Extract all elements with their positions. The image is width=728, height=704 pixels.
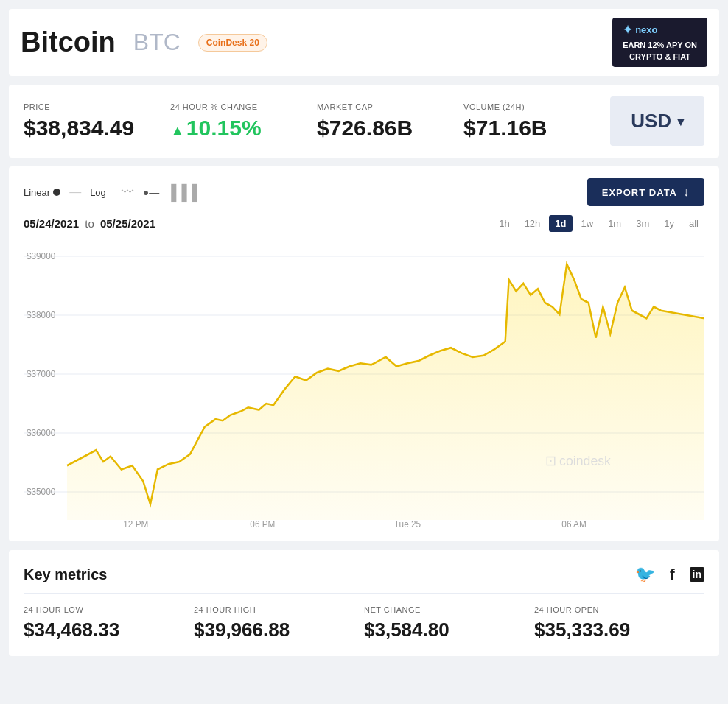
y-label-37000: $37000 bbox=[27, 369, 56, 379]
x-label-12pm: 12 PM bbox=[123, 519, 148, 529]
change-value: ▲10.15% bbox=[170, 116, 317, 141]
open-value: $35,333.69 bbox=[534, 619, 704, 641]
time-btn-all[interactable]: all bbox=[683, 215, 704, 232]
price-value: $38,834.49 bbox=[24, 116, 170, 141]
linear-button[interactable]: Linear bbox=[24, 187, 60, 198]
linear-label: Linear bbox=[24, 187, 50, 198]
social-icons: 🐦 f in bbox=[635, 565, 704, 584]
facebook-icon[interactable]: f bbox=[670, 566, 675, 583]
high-metric: 24 HOUR HIGH $39,966.88 bbox=[194, 605, 364, 641]
header-row: Bitcoin BTC CoinDesk 20 ✦ nexo EARN 12% … bbox=[9, 9, 719, 76]
y-label-38000: $38000 bbox=[27, 310, 56, 320]
log-button[interactable]: Log bbox=[90, 187, 106, 198]
chevron-down-icon: ▾ bbox=[677, 113, 684, 130]
coin-name: Bitcoin bbox=[21, 27, 116, 58]
download-icon: ↓ bbox=[683, 186, 690, 199]
bar-chart-icon: ▌▌▌ bbox=[171, 184, 203, 201]
time-btn-12h[interactable]: 12h bbox=[519, 215, 547, 232]
date-from: 05/24/2021 bbox=[24, 217, 79, 230]
volume-label: VOLUME (24H) bbox=[463, 102, 610, 111]
up-arrow-icon: ▲ bbox=[170, 122, 185, 138]
export-button[interactable]: EXPORT DATA ↓ bbox=[587, 178, 704, 206]
change-label: 24 HOUR % CHANGE bbox=[170, 102, 317, 111]
y-label-36000: $36000 bbox=[27, 428, 56, 438]
export-label: EXPORT DATA bbox=[602, 187, 677, 198]
change-stat: 24 HOUR % CHANGE ▲10.15% bbox=[170, 102, 317, 141]
chart-section: Linear — Log 〰 ●— ▌▌▌ EXPORT DATA ↓ 05/2… bbox=[9, 166, 719, 541]
stats-bar: PRICE $38,834.49 24 HOUR % CHANGE ▲10.15… bbox=[9, 85, 719, 158]
coindesk-badge[interactable]: CoinDesk 20 bbox=[198, 34, 267, 52]
time-btn-1m[interactable]: 1m bbox=[602, 215, 627, 232]
metrics-grid: 24 HOUR LOW $34,468.33 24 HOUR HIGH $39,… bbox=[24, 605, 704, 641]
line-chart-icon: 〰 bbox=[121, 185, 134, 200]
low-value: $34,468.33 bbox=[24, 619, 194, 641]
metrics-header: Key metrics 🐦 f in bbox=[24, 565, 704, 584]
x-label-tue25: Tue 25 bbox=[394, 519, 421, 529]
open-label: 24 HOUR OPEN bbox=[534, 605, 704, 614]
currency-selector[interactable]: USD ▾ bbox=[610, 96, 704, 146]
key-metrics-section: Key metrics 🐦 f in 24 HOUR LOW $34,468.3… bbox=[9, 550, 719, 656]
net-change-label: NET CHANGE bbox=[364, 605, 534, 614]
time-btn-1y[interactable]: 1y bbox=[658, 215, 680, 232]
chart-controls: Linear — Log 〰 ●— ▌▌▌ EXPORT DATA ↓ bbox=[24, 178, 704, 206]
linkedin-icon[interactable]: in bbox=[690, 567, 704, 582]
low-metric: 24 HOUR LOW $34,468.33 bbox=[24, 605, 194, 641]
coin-symbol: BTC bbox=[133, 29, 181, 56]
volume-value: $71.16B bbox=[463, 116, 610, 141]
date-to: 05/25/2021 bbox=[100, 217, 155, 230]
log-label: Log bbox=[90, 187, 106, 198]
line-dot-icon: ●— bbox=[143, 186, 159, 198]
coindesk-watermark-text: ⊡ coindesk bbox=[545, 453, 612, 469]
x-label-06pm: 06 PM bbox=[250, 519, 275, 529]
currency-value: USD bbox=[631, 110, 671, 133]
market-cap-value: $726.86B bbox=[317, 116, 463, 141]
price-chart-svg: $39000 $38000 $37000 $36000 $35000 1 bbox=[24, 241, 704, 535]
high-label: 24 HOUR HIGH bbox=[194, 605, 364, 614]
date-range: 05/24/2021 to 05/25/2021 bbox=[24, 217, 155, 230]
price-label: PRICE bbox=[24, 102, 170, 111]
ad-nexo-label: ✦ nexo bbox=[623, 22, 697, 38]
time-btn-1h[interactable]: 1h bbox=[493, 215, 515, 232]
volume-stat: VOLUME (24H) $71.16B bbox=[463, 102, 610, 141]
open-metric: 24 HOUR OPEN $35,333.69 bbox=[534, 605, 704, 641]
date-separator: to bbox=[85, 217, 94, 230]
market-cap-label: MARKET CAP bbox=[317, 102, 463, 111]
metrics-divider bbox=[24, 593, 704, 594]
high-value: $39,966.88 bbox=[194, 619, 364, 641]
low-label: 24 HOUR LOW bbox=[24, 605, 194, 614]
date-range-row: 05/24/2021 to 05/25/2021 1h 12h 1d 1w 1m… bbox=[24, 215, 704, 232]
time-btn-3m[interactable]: 3m bbox=[630, 215, 655, 232]
y-label-35000: $35000 bbox=[27, 487, 56, 497]
time-btn-1w[interactable]: 1w bbox=[575, 215, 600, 232]
linear-dot-icon bbox=[53, 189, 60, 196]
chart-area: $39000 $38000 $37000 $36000 $35000 1 bbox=[24, 241, 704, 535]
net-change-value: $3,584.80 bbox=[364, 619, 534, 641]
time-buttons: 1h 12h 1d 1w 1m 3m 1y all bbox=[493, 215, 704, 232]
x-label-06am: 06 AM bbox=[561, 519, 586, 529]
separator: — bbox=[69, 186, 81, 199]
net-change-metric: NET CHANGE $3,584.80 bbox=[364, 605, 534, 641]
time-btn-1d[interactable]: 1d bbox=[549, 215, 572, 232]
y-label-39000: $39000 bbox=[27, 251, 56, 261]
market-cap-stat: MARKET CAP $726.86B bbox=[317, 102, 463, 141]
ad-earn-label: EARN 12% APY ONCRYPTO & FIAT bbox=[623, 40, 697, 63]
price-stat: PRICE $38,834.49 bbox=[24, 102, 170, 141]
ad-banner[interactable]: ✦ nexo EARN 12% APY ONCRYPTO & FIAT bbox=[612, 18, 707, 67]
metrics-title: Key metrics bbox=[24, 566, 107, 583]
twitter-icon[interactable]: 🐦 bbox=[635, 565, 655, 584]
